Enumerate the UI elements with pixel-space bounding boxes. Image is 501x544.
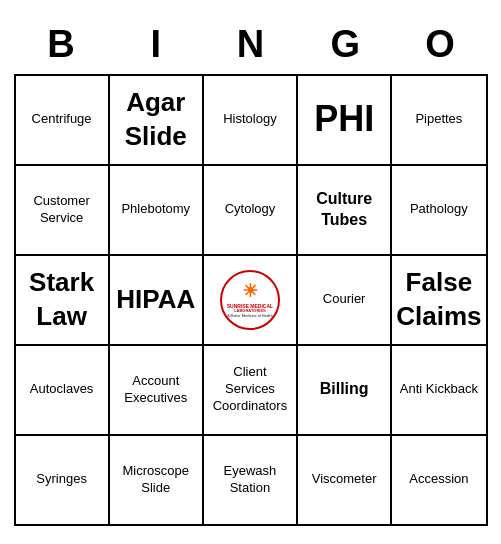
cell-text: Pathology (410, 201, 468, 218)
bingo-cell: ☀ SUNRISE MEDICAL LABORATORIES A Better … (204, 256, 298, 346)
cell-text: Centrifuge (32, 111, 92, 128)
cell-text: PHI (314, 96, 374, 143)
header-letter: G (298, 19, 393, 70)
cell-text: Culture Tubes (302, 189, 386, 231)
bingo-cell: Cytology (204, 166, 298, 256)
bingo-cell: False Claims (392, 256, 487, 346)
cell-text: Viscometer (312, 471, 377, 488)
cell-text: Microscope Slide (114, 463, 198, 497)
cell-text: Agar Slide (114, 86, 198, 154)
sunrise-logo: ☀ SUNRISE MEDICAL LABORATORIES A Better … (220, 270, 280, 330)
bingo-cell: Viscometer (298, 436, 392, 526)
cell-text: Account Executives (114, 373, 198, 407)
cell-text: Pipettes (415, 111, 462, 128)
bingo-header: BINGO (14, 19, 488, 70)
bingo-cell: Pathology (392, 166, 487, 256)
cell-text: Stark Law (20, 266, 104, 334)
bingo-cell: Phlebotomy (110, 166, 204, 256)
cell-text: Histology (223, 111, 276, 128)
bingo-cell: Customer Service (16, 166, 110, 256)
bingo-card: BINGO CentrifugeAgar SlideHistologyPHIPi… (6, 11, 496, 534)
bingo-cell: Courier (298, 256, 392, 346)
header-letter: O (393, 19, 488, 70)
cell-text: Anti Kickback (400, 381, 478, 398)
header-letter: I (108, 19, 203, 70)
bingo-cell: Syringes (16, 436, 110, 526)
bingo-cell: Billing (298, 346, 392, 436)
bingo-cell: Client Services Coordinators (204, 346, 298, 436)
header-letter: N (203, 19, 298, 70)
bingo-cell: Microscope Slide (110, 436, 204, 526)
bingo-cell: Anti Kickback (392, 346, 487, 436)
cell-text: Billing (320, 379, 369, 400)
cell-text: False Claims (396, 266, 481, 334)
cell-text: HIPAA (116, 283, 195, 317)
cell-text: Courier (323, 291, 366, 308)
bingo-cell: Agar Slide (110, 76, 204, 166)
cell-text: Phlebotomy (121, 201, 190, 218)
cell-text: Accession (409, 471, 468, 488)
bingo-grid: CentrifugeAgar SlideHistologyPHIPipettes… (14, 74, 488, 526)
cell-text: Syringes (36, 471, 87, 488)
cell-text: Eyewash Station (208, 463, 292, 497)
bingo-cell: Autoclaves (16, 346, 110, 436)
bingo-cell: Eyewash Station (204, 436, 298, 526)
cell-text: Customer Service (20, 193, 104, 227)
bingo-cell: HIPAA (110, 256, 204, 346)
bingo-cell: Accession (392, 436, 487, 526)
header-letter: B (14, 19, 109, 70)
cell-text: Client Services Coordinators (208, 364, 292, 415)
cell-text: Cytology (225, 201, 276, 218)
bingo-cell: Culture Tubes (298, 166, 392, 256)
bingo-cell: Account Executives (110, 346, 204, 436)
bingo-cell: PHI (298, 76, 392, 166)
bingo-cell: Histology (204, 76, 298, 166)
bingo-cell: Centrifuge (16, 76, 110, 166)
bingo-cell: Pipettes (392, 76, 487, 166)
cell-text: Autoclaves (30, 381, 94, 398)
bingo-cell: Stark Law (16, 256, 110, 346)
